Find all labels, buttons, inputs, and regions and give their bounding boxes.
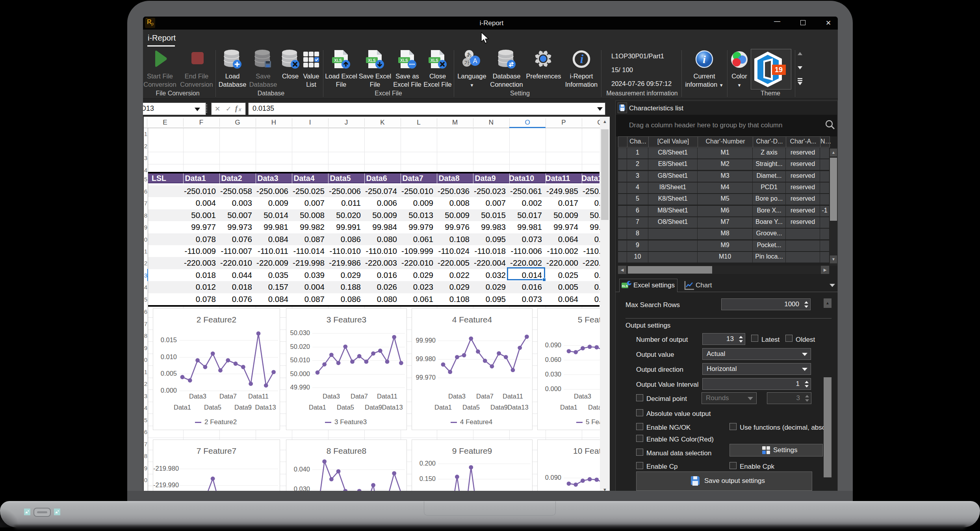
svg-text:XLS: XLS bbox=[431, 58, 438, 63]
svg-text:あ: あ bbox=[466, 52, 471, 58]
svg-text:19: 19 bbox=[775, 66, 783, 74]
svg-text:가: 가 bbox=[464, 60, 470, 65]
svg-text:XLS: XLS bbox=[622, 284, 628, 288]
svg-text:XLS: XLS bbox=[368, 58, 376, 63]
svg-text:A: A bbox=[473, 58, 477, 64]
svg-text:XLS: XLS bbox=[334, 58, 342, 63]
svg-text:i: i bbox=[703, 53, 706, 65]
svg-text:XLS: XLS bbox=[400, 58, 408, 63]
svg-text:i: i bbox=[580, 52, 584, 66]
